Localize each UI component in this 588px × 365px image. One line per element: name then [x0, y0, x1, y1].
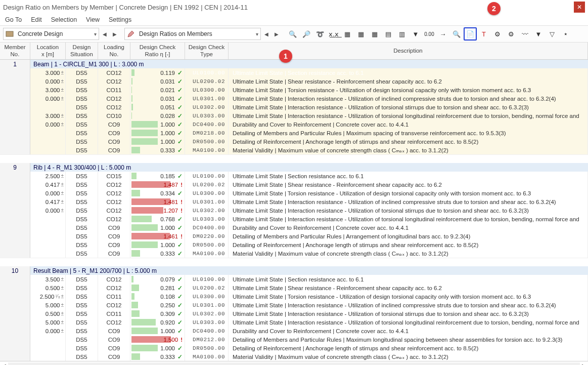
table-row[interactable]: 2.500 ±DS5CO150.185✓UL0100.00Ultimate Li… [0, 172, 588, 180]
table-row[interactable]: 3.000 ±DS5CO110.021✓UL0300.00Ultimate Li… [0, 86, 588, 94]
table-row[interactable]: DS5CO120.768✓UL0303.00Ultimate Limit Sta… [0, 215, 588, 223]
nav-next-2[interactable]: ▶ [272, 28, 281, 39]
group-row[interactable]: 10Result Beam | 5 - R_M1 200/700 | L : 5… [0, 266, 588, 275]
menu-settings[interactable]: Settings [109, 16, 131, 23]
toolbar-funnel-star[interactable]: ⭑ [559, 27, 572, 40]
group-row[interactable]: 1Beam | 1 - CIRCLE_M1 300 | L : 3.000 m [0, 60, 588, 68]
table-row[interactable]: 3.500 ±DS5CO120.079✓UL0100.00Ultimate Li… [0, 275, 588, 283]
toolbar-funnel-arrow[interactable]: ▽ [546, 27, 559, 40]
cell-check-type: MA0100.00 [185, 352, 229, 361]
check-icon: ✓ [177, 112, 183, 119]
table-row[interactable]: 3.000 ±DS5CO120.119✓UL0100.00Ultimate Li… [0, 68, 588, 77]
menu-view[interactable]: View [86, 16, 100, 23]
cell-design-situation: DS5 [66, 352, 98, 361]
decimals-icon: 0.00 [424, 31, 434, 37]
toolbar-sheet-green[interactable]: ▤ [382, 27, 395, 40]
cell-design-situation: DS5 [66, 68, 98, 77]
group-row[interactable]: 9Rib | 4 - R_M1 300/400 | L : 5.000 m [0, 163, 588, 172]
table-row[interactable]: 0.000 ±DS5CO120.031✓UL0301.00Ultimate Li… [0, 94, 588, 103]
scroll-right-icon[interactable]: ▶ [580, 362, 588, 366]
toolbar-decimals[interactable]: 0.00 [423, 27, 436, 40]
table-row[interactable]: DS5CO90.333✓MA0100.00Material Validity |… [0, 249, 588, 258]
cell-check-type: DM0212.00 [185, 335, 229, 344]
table-row[interactable]: DS5CO91.000✓DR0500.00Detailing of Reinfo… [0, 137, 588, 146]
table-row[interactable]: 0.000 ±DS5CO91.000✓DC0400.00Durability a… [0, 120, 588, 129]
table-row[interactable]: DS5CO120.051✓UL0302.00Ultimate Limit Sta… [0, 103, 588, 111]
table-row[interactable]: 3.000 ±DS5CO100.028✓UL0303.00Ultimate Li… [0, 111, 588, 120]
cell-location: 3.000 ± [30, 111, 66, 120]
table-row[interactable]: DS5CO90.333✓MA0100.00Material Validity |… [0, 146, 588, 154]
table-row[interactable]: 5.000 ±DS5CO120.920✓UL0303.00Ultimate Li… [0, 318, 588, 327]
toolbar-tools-2[interactable]: ⚙ [505, 27, 518, 40]
toolbar-filter-arrow[interactable]: ➰ [313, 27, 327, 40]
toolbar-tools-1[interactable]: ⚙ [491, 27, 504, 40]
check-icon: ✓ [177, 121, 183, 128]
table-row[interactable]: DS5CO90.333✓MA0100.00Material Validity |… [0, 352, 588, 361]
cell-design-situation: DS5 [66, 240, 98, 249]
table-row[interactable]: DS5CO91.000✓DR0500.00Detailing of Reinfo… [0, 344, 588, 352]
toolbar-arrow-right[interactable]: → [436, 27, 449, 40]
table-row[interactable]: DS5CO91.000✓DM0218.00Detailing of Member… [0, 129, 588, 137]
close-button[interactable]: ✕ [574, 2, 585, 13]
scroll-left-icon[interactable]: ◀ [0, 362, 8, 366]
toolbar-magnifier[interactable]: 🔍 [450, 27, 463, 40]
table-row[interactable]: DS5CO91.500!DM0212.00Detailing of Member… [0, 335, 588, 344]
col-type[interactable]: Design CheckType [185, 43, 229, 59]
cell-check-type: UL0303.00 [185, 318, 229, 327]
cell-loading-no: CO9 [98, 129, 130, 137]
chevron-down-icon: ▾ [92, 31, 99, 37]
cell-ratio: 0.028✓ [130, 111, 185, 120]
toolbar-funnel-blue[interactable]: ▼ [532, 27, 545, 40]
grid-body[interactable]: 1Beam | 1 - CIRCLE_M1 300 | L : 3.000 m3… [0, 60, 588, 361]
toolbar-table[interactable]: ▦ [341, 27, 354, 40]
table-row[interactable]: DS5CO91.000✓DR0500.00Detailing of Reinfo… [0, 240, 588, 249]
table-row[interactable]: 2.500 ¹⁄₂ ±DS5CO110.108✓UL0300.00Ultimat… [0, 292, 588, 301]
toolbar-table-yellow[interactable]: ▦ [354, 27, 368, 40]
col-location[interactable]: Locationx [m] [30, 43, 66, 59]
cell-ratio: 0.031✓ [130, 94, 185, 103]
table-select-combo[interactable]: Design Ratios on Members ▾ [124, 28, 261, 40]
toolbar-sheet-excel[interactable]: ▥ [395, 27, 409, 40]
cell-loading-no: CO9 [98, 146, 130, 154]
cell-check-type: UL0302.00 [185, 309, 229, 318]
menu-go-to[interactable]: Go To [5, 16, 22, 23]
col-loading-no[interactable]: LoadingNo. [98, 43, 130, 59]
table-row[interactable]: DS5CO91.000✓DC0400.00Durability and Cove… [0, 223, 588, 232]
cell-check-type: UL0200.02 [185, 180, 229, 189]
menu-edit[interactable]: Edit [31, 16, 42, 23]
toolbar-wave[interactable]: 〰 [518, 27, 531, 40]
table-row[interactable]: 0.500 ±DS5CO110.309✓UL0302.00Ultimate Li… [0, 309, 588, 318]
toolbar-page-find[interactable]: 📄 [464, 27, 477, 40]
table-row[interactable]: 0.500 ±DS5CO120.281✓UL0200.02Ultimate Li… [0, 283, 588, 292]
table-row[interactable]: 0.000 ±DS5CO121.207!UL0302.00Ultimate Li… [0, 206, 588, 215]
menu-selection[interactable]: Selection [51, 16, 77, 23]
col-design-sit[interactable]: DesignSituation [66, 43, 98, 59]
nav-prev[interactable]: ◀ [100, 28, 109, 39]
design-type-combo[interactable]: Concrete Design ▾ [3, 28, 99, 40]
toolbar-funnel[interactable]: ▼ [409, 27, 422, 40]
toolbar-zoom-clear[interactable]: 🔎 [300, 27, 313, 40]
cell-check-type: UL0301.00 [185, 301, 229, 309]
funnel-blue-icon: ▼ [535, 30, 542, 38]
col-ratio[interactable]: Design CheckRatio η [-] [130, 43, 185, 59]
table-row[interactable]: 0.417 ±DS5CO121.481!UL0301.00Ultimate Li… [0, 197, 588, 206]
table-row[interactable]: 5.000 ±DS5CO120.250✓UL0301.00Ultimate Li… [0, 301, 588, 309]
menubar: Go ToEditSelectionViewSettings [0, 14, 588, 25]
nav-next[interactable]: ▶ [110, 28, 119, 39]
toolbar-table-green[interactable]: ▦ [368, 27, 381, 40]
nav-prev-2[interactable]: ◀ [262, 28, 271, 39]
horizontal-scrollbar[interactable]: ◀ ▶ [0, 361, 588, 365]
table-row[interactable]: 0.000 ±DS5CO91.000✓DC0400.00Durability a… [0, 327, 588, 335]
toolbar-ruler-x[interactable]: x͟.x͟ [327, 27, 340, 40]
callout-2: 2 [487, 2, 501, 15]
toolbar-red-T[interactable]: T [477, 27, 490, 40]
cell-loading-no: CO12 [98, 301, 130, 309]
col-member-no[interactable]: MemberNo. [0, 43, 30, 59]
table-row[interactable]: DS5CO91.461!DM0220.00Detailing of Member… [0, 232, 588, 240]
table-row[interactable]: 0.417 ±DS5CO121.487!UL0200.02Ultimate Li… [0, 180, 588, 189]
table-row[interactable]: 0.000 ±DS5CO120.334✓UL0300.00Ultimate Li… [0, 189, 588, 197]
table-row[interactable]: 0.000 ±DS5CO120.031✓UL0200.02Ultimate Li… [0, 77, 588, 86]
sheet-excel-icon: ▥ [399, 30, 405, 38]
wave-icon: 〰 [522, 30, 528, 38]
toolbar-zoom-sel[interactable]: 🔍 [286, 27, 299, 40]
